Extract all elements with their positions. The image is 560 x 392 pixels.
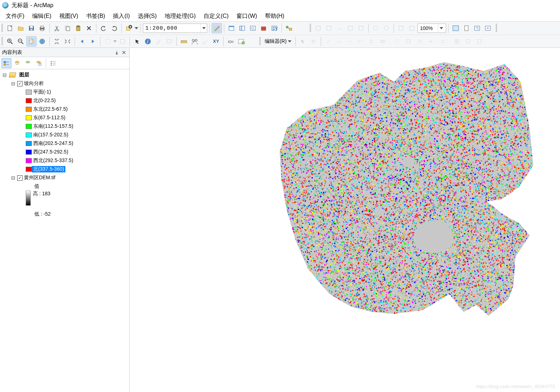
cut-button[interactable] xyxy=(52,23,62,33)
goto-xy-button[interactable]: XY xyxy=(211,36,221,46)
zoom-pct-combo[interactable] xyxy=(418,24,446,33)
menu-file[interactable]: 文件(F) xyxy=(2,11,28,21)
full-extent-button[interactable] xyxy=(37,36,47,46)
legend-label[interactable]: 北(0-22.5) xyxy=(32,97,56,104)
options-button[interactable] xyxy=(48,58,58,68)
toolbar-grip[interactable] xyxy=(496,24,497,32)
select-features-button[interactable] xyxy=(102,36,112,46)
layer-dem-label[interactable]: 黄州区DEM.tif xyxy=(22,175,55,181)
toc-button[interactable] xyxy=(226,23,236,33)
layer-visibility-checkbox[interactable] xyxy=(17,175,22,181)
menu-customize[interactable]: 自定义(C) xyxy=(200,11,232,21)
georef-9-button[interactable] xyxy=(407,23,417,33)
legend-label[interactable]: 西南(202.5-247.5) xyxy=(32,140,73,147)
copy-button[interactable] xyxy=(62,23,72,33)
edit-annotation-button[interactable] xyxy=(309,36,319,46)
pause-drawing-button[interactable] xyxy=(483,23,493,33)
toolbar-grip[interactable] xyxy=(1,24,3,32)
zoom-in-button[interactable] xyxy=(5,36,15,46)
refresh-view-button[interactable] xyxy=(472,23,482,33)
georef-3-button[interactable] xyxy=(335,23,345,33)
zoom-pct-input[interactable] xyxy=(418,24,438,32)
sketch-properties-button[interactable] xyxy=(463,36,473,46)
georef-8-button[interactable] xyxy=(396,23,406,33)
legend-label[interactable]: 北(337.5-360) xyxy=(32,166,65,172)
save-button[interactable] xyxy=(26,23,36,33)
find-route-button[interactable] xyxy=(200,36,210,46)
menu-window[interactable]: 窗口(W) xyxy=(233,11,261,21)
find-button[interactable] xyxy=(190,36,200,46)
layer-aspect-label[interactable]: 坡向分析 xyxy=(22,80,44,87)
georef-4-button[interactable] xyxy=(345,23,355,33)
zoom-chevron-icon[interactable] xyxy=(438,24,444,32)
cut-polygons-button[interactable] xyxy=(415,36,425,46)
close-icon[interactable] xyxy=(121,49,127,56)
identify-button[interactable]: i xyxy=(143,36,153,46)
georef-5-button[interactable] xyxy=(356,23,366,33)
clear-selection-button[interactable] xyxy=(118,36,128,46)
georef-2-button[interactable] xyxy=(324,23,334,33)
create-features-button[interactable] xyxy=(474,36,484,46)
end-point-arc-button[interactable] xyxy=(334,36,344,46)
legend-label[interactable]: 西(247.5-292.5) xyxy=(32,149,68,155)
list-by-drawing-order-button[interactable] xyxy=(1,58,11,68)
hyperlink-button[interactable] xyxy=(154,36,164,46)
editor-toolbar-toggle[interactable] xyxy=(212,23,222,33)
new-document-button[interactable] xyxy=(5,23,15,33)
tree-root-label[interactable]: 图层 xyxy=(18,72,29,78)
delete-button[interactable] xyxy=(84,23,94,33)
map-scale-input[interactable] xyxy=(143,24,200,32)
menu-view[interactable]: 视图(V) xyxy=(56,11,82,21)
toolbar-grip[interactable] xyxy=(310,24,311,32)
list-by-visibility-button[interactable] xyxy=(23,58,33,68)
map-view[interactable]: https://blog.csdn.net/weixin_45343775 xyxy=(130,48,560,392)
pan-button[interactable] xyxy=(26,36,36,46)
open-button[interactable] xyxy=(16,23,26,33)
zoom-out-button[interactable] xyxy=(16,36,26,46)
edit-tool-button[interactable] xyxy=(298,36,308,46)
arctoolbox-button[interactable] xyxy=(259,23,269,33)
georef-7-button[interactable] xyxy=(381,23,391,33)
toolbar-grip[interactable] xyxy=(1,37,3,46)
modelbuilder-button[interactable] xyxy=(284,23,294,33)
menu-help[interactable]: 帮助(H) xyxy=(261,11,288,21)
search-window-button[interactable] xyxy=(248,23,258,33)
menu-edit[interactable]: 编辑(E) xyxy=(29,11,55,21)
menu-bookmarks[interactable]: 书签(B) xyxy=(82,11,109,21)
menu-insert[interactable]: 插入(I) xyxy=(109,11,133,21)
print-button[interactable] xyxy=(37,23,47,33)
legend-label[interactable]: 西北(292.5-337.5) xyxy=(32,157,73,164)
reshape-button[interactable] xyxy=(403,36,413,46)
time-slider-button[interactable] xyxy=(226,36,236,46)
prev-extent-button[interactable] xyxy=(77,36,87,46)
attributes-button[interactable] xyxy=(452,36,462,46)
data-view-button[interactable] xyxy=(451,23,461,33)
legend-label[interactable]: 平面(-1) xyxy=(32,89,51,95)
select-features-chevron[interactable] xyxy=(113,40,117,42)
python-button[interactable]: py xyxy=(269,23,279,33)
georef-1-button[interactable] xyxy=(313,23,323,33)
legend-label[interactable]: 东北(22.5-67.5) xyxy=(32,106,68,112)
edit-vertices-button[interactable] xyxy=(392,36,402,46)
legend-label[interactable]: 东(67.5-112.5) xyxy=(32,115,65,121)
undo-button[interactable] xyxy=(99,23,109,33)
editor-menu[interactable]: 编辑器(R) xyxy=(263,37,293,46)
paste-button[interactable] xyxy=(73,23,83,33)
pin-icon[interactable] xyxy=(114,49,120,56)
distance-distance-button[interactable] xyxy=(378,36,388,46)
collapse-icon[interactable]: ⊟ xyxy=(11,81,16,86)
legend-label[interactable]: 东南(112.5-157.5) xyxy=(32,123,73,130)
trace-button[interactable] xyxy=(345,36,355,46)
collapse-icon[interactable]: ⊟ xyxy=(11,175,16,180)
split-button[interactable] xyxy=(426,36,436,46)
list-by-source-button[interactable] xyxy=(12,58,22,68)
next-extent-button[interactable] xyxy=(88,36,98,46)
fixed-zoom-in-button[interactable] xyxy=(52,36,62,46)
toolbar-grip[interactable] xyxy=(259,37,261,46)
catalog-button[interactable] xyxy=(237,23,247,33)
add-data-button[interactable] xyxy=(124,23,134,33)
menu-geoprocessing[interactable]: 地理处理(G) xyxy=(161,11,199,21)
legend-label[interactable]: 南(157.5-202.5) xyxy=(32,132,68,138)
collapse-icon[interactable]: ⊟ xyxy=(2,72,7,77)
map-scale-combo[interactable] xyxy=(143,24,207,33)
